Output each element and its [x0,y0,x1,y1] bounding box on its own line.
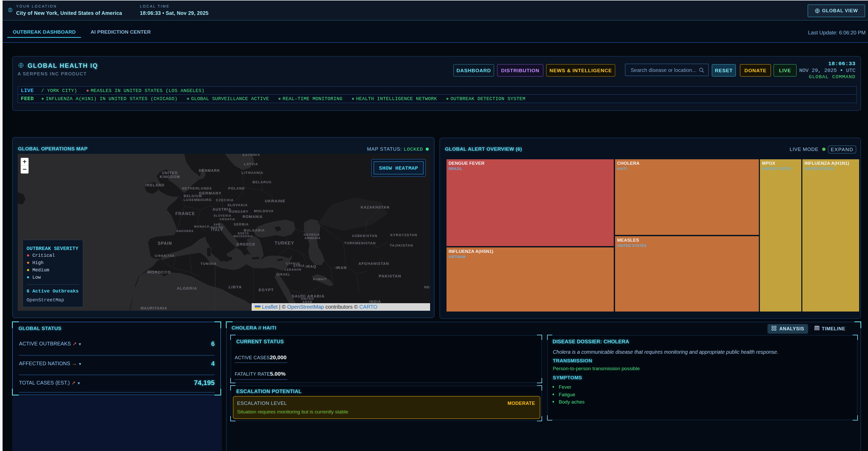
svg-text:BELARUS: BELARUS [252,180,272,184]
svg-text:KAZAKHSTAN: KAZAKHSTAN [361,205,390,209]
svg-text:LITHUANIA: LITHUANIA [242,171,264,175]
svg-text:GEORGIA: GEORGIA [304,233,320,236]
svg-text:ROMANIA: ROMANIA [243,215,262,219]
svg-text:LEBANON: LEBANON [285,268,302,271]
svg-text:KUWAIT: KUWAIT [313,278,327,281]
svg-text:TURKEY: TURKEY [275,241,294,245]
svg-text:GREECE: GREECE [237,242,255,246]
svg-text:UZBEKISTAN: UZBEKISTAN [352,234,377,238]
svg-text:KINGDOM: KINGDOM [160,175,180,179]
svg-text:SPAIN: SPAIN [158,241,172,246]
svg-text:MAURITANIA: MAURITANIA [141,306,167,310]
svg-text:IRAN: IRAN [336,265,347,270]
svg-text:GERMANY: GERMANY [199,191,221,195]
svg-text:LUXEMBOURG: LUXEMBOURG [184,198,212,202]
svg-text:BELGIUM: BELGIUM [184,194,202,198]
svg-text:SLOVAKIA: SLOVAKIA [227,203,248,207]
svg-text:ALGERIA: ALGERIA [177,286,197,290]
svg-text:LIBYA: LIBYA [228,285,242,289]
svg-text:TUNISIA: TUNISIA [200,262,217,266]
svg-text:NEP: NEP [424,285,430,289]
svg-text:FRANCE: FRANCE [175,212,195,216]
svg-text:ISRAEL: ISRAEL [276,273,290,276]
svg-text:MOLDOVA: MOLDOVA [254,209,274,213]
svg-text:ITALY: ITALY [211,228,223,232]
svg-text:SAN: SAN [214,223,220,226]
svg-text:MACEDONIA: MACEDONIA [234,235,253,238]
svg-text:IRAQ: IRAQ [306,264,316,269]
svg-text:UNITED: UNITED [301,297,314,300]
svg-text:EGYPT: EGYPT [259,287,274,292]
svg-text:TURKMENISTAN: TURKMENISTAN [344,241,376,245]
svg-text:PAKISTAN: PAKISTAN [379,274,401,278]
svg-text:HUNGARY: HUNGARY [229,209,249,214]
svg-text:SERBIA: SERBIA [234,222,249,226]
svg-text:ESTONIA: ESTONIA [243,154,260,157]
svg-text:ARMENIA: ARMENIA [305,236,321,239]
svg-text:GIBRALTAR: GIBRALTAR [155,254,175,257]
svg-text:NORTH: NORTH [238,232,249,235]
svg-text:UKRAINE: UKRAINE [265,199,285,203]
svg-text:KYRGYZSTAN: KYRGYZSTAN [390,233,417,237]
svg-text:CROATIA: CROATIA [220,218,235,221]
svg-text:NETHERLANDS: NETHERLANDS [182,187,212,190]
svg-text:UNITED: UNITED [162,171,178,175]
svg-text:LATVIA: LATVIA [244,162,258,166]
svg-text:IRELAND: IRELAND [146,183,165,187]
svg-text:BULGARIA: BULGARIA [244,228,265,232]
svg-text:ANDORRA: ANDORRA [176,229,194,232]
svg-text:TAJIKISTAN: TAJIKISTAN [390,244,413,247]
svg-text:SYRIA: SYRIA [293,264,305,268]
svg-text:DENMARK: DENMARK [199,168,220,173]
svg-text:MOROCCO: MOROCCO [148,270,171,274]
svg-text:SLOVENIA: SLOVENIA [214,214,231,217]
svg-text:MONACO: MONACO [194,225,210,228]
svg-text:POLAND: POLAND [228,187,245,190]
svg-text:AFGHANISTAN: AFGHANISTAN [359,261,389,266]
svg-text:CZECHIA: CZECHIA [216,198,234,202]
